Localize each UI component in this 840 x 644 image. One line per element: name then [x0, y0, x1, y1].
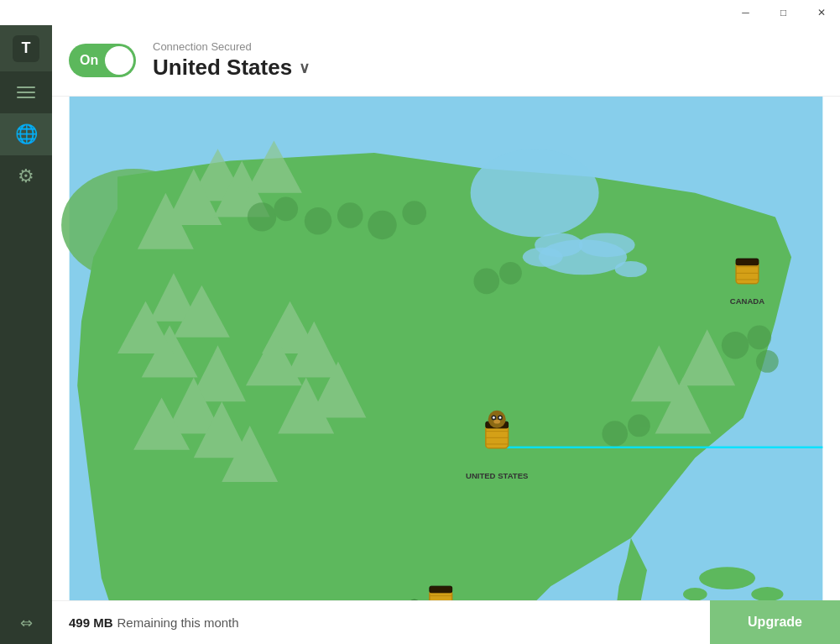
- app-logo-icon: T: [13, 35, 39, 62]
- svg-point-35: [402, 201, 426, 225]
- svg-point-41: [747, 325, 771, 349]
- data-label: Remaining this month: [117, 615, 239, 630]
- svg-point-44: [751, 587, 783, 601]
- gear-icon: ⚙: [18, 165, 34, 187]
- svg-point-36: [473, 269, 499, 295]
- sidebar-logo: T: [0, 25, 52, 71]
- us-label: UNITED STATES: [466, 471, 528, 480]
- svg-point-34: [368, 211, 396, 239]
- titlebar-controls: ─ □ ✕: [727, 0, 840, 25]
- svg-point-30: [248, 202, 276, 231]
- sidebar: T 🌐 ⚙ ⇔: [0, 25, 52, 644]
- svg-point-37: [499, 262, 522, 285]
- data-remaining-container: 499 MB Remaining this month: [52, 600, 710, 644]
- chevron-down-icon: ∨: [299, 59, 310, 77]
- map-svg: CANADA: [52, 97, 840, 644]
- upgrade-button[interactable]: Upgrade: [710, 600, 840, 644]
- svg-point-66: [499, 416, 502, 419]
- globe-icon: 🌐: [15, 123, 38, 145]
- svg-rect-69: [430, 586, 452, 593]
- sidebar-collapse-button[interactable]: ⇔: [0, 602, 52, 644]
- connection-status-text: Connection Secured: [153, 40, 310, 53]
- close-button[interactable]: ✕: [802, 0, 840, 25]
- svg-rect-53: [736, 259, 759, 265]
- svg-point-5: [579, 233, 635, 258]
- vpn-toggle[interactable]: On: [69, 44, 136, 77]
- connection-info: Connection Secured United States ∨: [153, 40, 310, 81]
- svg-point-45: [683, 588, 707, 600]
- svg-point-62: [488, 411, 506, 428]
- svg-point-43: [699, 567, 755, 589]
- app-window: ─ □ ✕ T 🌐 ⚙ ⇔: [0, 0, 840, 644]
- toggle-on-label: On: [80, 53, 98, 68]
- collapse-arrows-icon: ⇔: [20, 614, 33, 632]
- sidebar-item-menu[interactable]: [0, 71, 52, 113]
- svg-point-38: [602, 421, 628, 447]
- svg-point-7: [471, 149, 599, 237]
- svg-point-65: [493, 416, 495, 419]
- data-amount: 499 MB: [69, 615, 113, 630]
- minimize-button[interactable]: ─: [727, 0, 764, 25]
- country-name: United States: [153, 55, 292, 81]
- svg-point-42: [756, 350, 779, 373]
- app-body: T 🌐 ⚙ ⇔ On: [0, 25, 840, 644]
- united-states-marker[interactable]: [486, 411, 509, 448]
- map-area: CANADA: [52, 97, 840, 644]
- svg-point-32: [305, 207, 332, 235]
- svg-point-6: [615, 261, 647, 277]
- svg-point-4: [523, 248, 563, 267]
- header: On Connection Secured United States ∨: [52, 25, 840, 97]
- bottom-bar: 499 MB Remaining this month Upgrade: [52, 600, 840, 644]
- sidebar-item-globe[interactable]: 🌐: [0, 113, 52, 155]
- country-selector[interactable]: United States ∨: [153, 55, 310, 81]
- main-content: On Connection Secured United States ∨: [52, 25, 840, 644]
- canada-marker[interactable]: [736, 259, 759, 284]
- titlebar: ─ □ ✕: [0, 0, 840, 25]
- toggle-knob: [105, 46, 133, 75]
- sidebar-item-settings[interactable]: ⚙: [0, 155, 52, 197]
- svg-point-33: [337, 202, 363, 228]
- maximize-button[interactable]: □: [764, 0, 802, 25]
- svg-point-40: [722, 332, 749, 359]
- vpn-toggle-container: On: [69, 44, 136, 77]
- svg-point-31: [274, 197, 298, 222]
- svg-rect-57: [486, 426, 509, 448]
- canada-label: CANADA: [730, 296, 764, 306]
- hamburger-icon: [17, 86, 35, 98]
- svg-point-67: [493, 420, 500, 424]
- svg-point-39: [628, 415, 650, 437]
